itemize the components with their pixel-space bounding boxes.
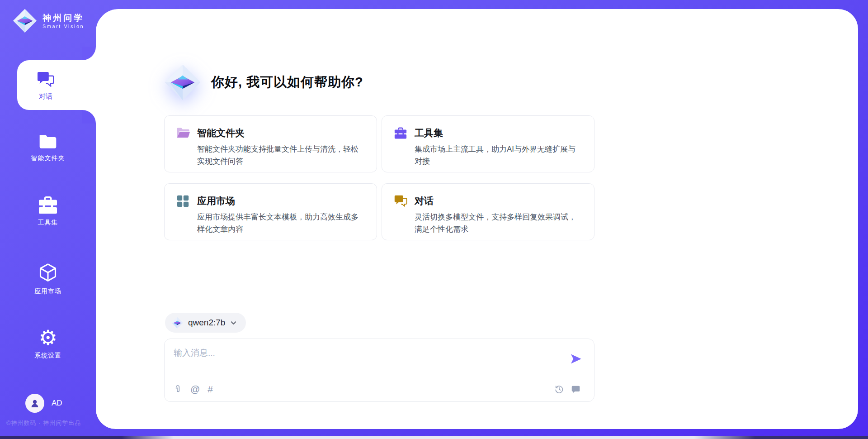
user-menu[interactable]: AD <box>25 394 62 413</box>
app-subtitle: Smart Vision <box>42 24 84 29</box>
user-icon <box>29 398 40 409</box>
card-toolbox[interactable]: 工具集 集成市场上主流工具，助力AI与外界无缝扩展与对接 <box>382 115 594 172</box>
chevron-down-icon <box>230 320 237 326</box>
card-app-market[interactable]: 应用市场 应用市场提供丰富长文本模板，助力高效生成多样化文章内容 <box>164 183 377 240</box>
greeting-text: 你好, 我可以如何帮助你? <box>211 73 363 91</box>
feedback-icon[interactable] <box>571 384 580 394</box>
card-description: 应用市场提供丰富长文本模板，助力高效生成多样化文章内容 <box>197 211 366 240</box>
send-icon[interactable] <box>570 353 582 365</box>
gear-icon: ⚙ <box>38 328 57 348</box>
greeting: 你好, 我可以如何帮助你? <box>164 63 363 101</box>
app-grid-icon <box>176 194 197 208</box>
sidebar-item-settings[interactable]: ⚙ 系统设置 <box>0 328 96 360</box>
message-input[interactable] <box>165 339 571 379</box>
message-composer: @ # <box>164 339 594 402</box>
card-chat[interactable]: 对话 灵活切换多模型文件，支持多样回复效果调试，满足个性化需求 <box>382 183 594 240</box>
cube-icon <box>38 262 58 283</box>
sidebar-item-label: 工具集 <box>38 219 58 227</box>
composer-tools-left: @ # <box>173 384 213 394</box>
sidebar-footer: ©神州数码 · 神州问学出品 <box>6 419 81 427</box>
active-tab-scoop-top <box>82 47 96 60</box>
sidebar-item-label: 系统设置 <box>34 352 61 360</box>
greeting-logo-icon <box>164 63 201 101</box>
card-smart-folder[interactable]: 智能文件夹 智能文件夹功能支持批量文件上传与清洗，轻松实现文件问答 <box>164 115 377 172</box>
composer-tools-right <box>554 384 580 394</box>
sidebar-item-toolbox[interactable]: 工具集 <box>0 196 96 227</box>
sidebar-item-chat[interactable]: 对话 <box>17 60 97 110</box>
app-logo: 神州问学 Smart Vision <box>13 8 84 33</box>
chat-bubbles-icon <box>394 194 415 208</box>
card-title: 对话 <box>415 194 583 208</box>
model-logo-icon <box>171 317 183 329</box>
card-title: 智能文件夹 <box>197 126 366 140</box>
sidebar-item-smart-folder[interactable]: 智能文件夹 <box>0 133 96 162</box>
sidebar-item-label: 对话 <box>39 92 52 101</box>
composer-divider <box>170 379 589 379</box>
card-description: 灵活切换多模型文件，支持多样回复效果调试，满足个性化需求 <box>415 211 583 240</box>
app-name: 神州问学 <box>42 13 84 24</box>
hashtag-icon[interactable]: # <box>208 384 213 394</box>
card-title: 工具集 <box>415 126 583 140</box>
history-icon[interactable] <box>554 384 564 394</box>
sidebar-item-label: 应用市场 <box>34 287 61 296</box>
content: 你好, 我可以如何帮助你? 智能文件夹 智能文件夹功能支持批量文件上传与清洗，轻… <box>164 0 594 439</box>
avatar <box>25 394 44 413</box>
taskbar-edge <box>0 436 868 439</box>
chat-bubbles-icon <box>37 70 55 89</box>
folder-icon <box>38 133 58 150</box>
toolbox-icon <box>394 126 415 140</box>
app-logo-icon <box>13 8 37 33</box>
user-name: AD <box>52 399 62 408</box>
toolbox-icon <box>38 196 58 215</box>
open-folder-icon <box>176 126 197 140</box>
card-description: 集成市场上主流工具，助力AI与外界无缝扩展与对接 <box>415 143 583 172</box>
mention-icon[interactable]: @ <box>190 384 200 394</box>
sidebar-item-label: 智能文件夹 <box>31 154 65 162</box>
card-description: 智能文件夹功能支持批量文件上传与清洗，轻松实现文件问答 <box>197 143 366 172</box>
card-title: 应用市场 <box>197 194 366 208</box>
active-tab-scoop-bottom <box>82 110 96 124</box>
sidebar-item-app-market[interactable]: 应用市场 <box>0 262 96 296</box>
model-selector[interactable]: qwen2:7b <box>165 313 246 333</box>
paperclip-icon[interactable] <box>173 384 183 394</box>
feature-cards: 智能文件夹 智能文件夹功能支持批量文件上传与清洗，轻松实现文件问答 工具集 集成… <box>164 115 594 240</box>
model-name: qwen2:7b <box>188 318 225 328</box>
sidebar: 神州问学 Smart Vision 对话 智能文件夹 工具集 应用市场 ⚙ 系统… <box>0 0 96 439</box>
